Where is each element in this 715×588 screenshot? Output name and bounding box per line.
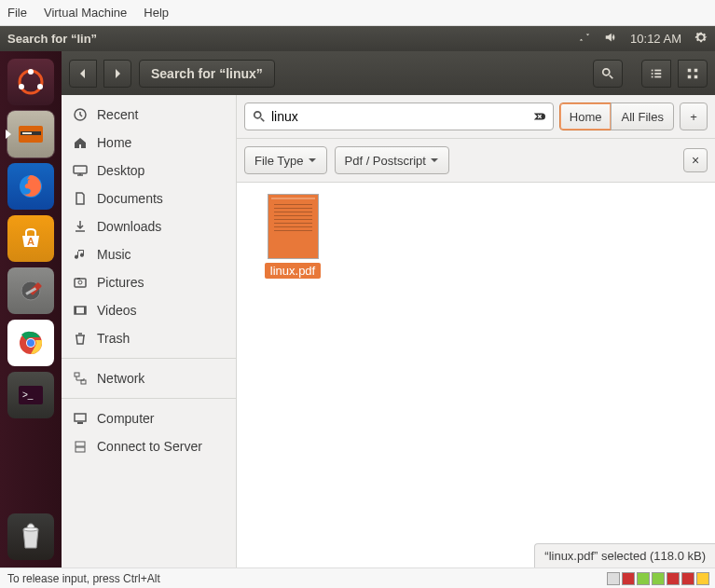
svg-rect-6 — [22, 132, 32, 134]
launcher-chrome[interactable] — [7, 320, 54, 366]
svg-rect-39 — [75, 414, 86, 421]
sidebar-downloads[interactable]: Downloads — [62, 212, 236, 240]
network-icon[interactable] — [578, 31, 591, 47]
sidebar-label: Desktop — [97, 163, 144, 178]
svg-rect-24 — [654, 75, 661, 77]
svg-point-18 — [603, 68, 610, 75]
add-scope-button[interactable]: + — [680, 103, 708, 130]
launcher-terminal[interactable]: >_ — [7, 372, 54, 418]
vm-hint: To release input, press Ctrl+Alt — [7, 572, 160, 585]
chevron-down-icon — [308, 156, 317, 165]
sidebar-trash[interactable]: Trash — [62, 324, 236, 352]
svg-point-32 — [78, 280, 82, 284]
sidebar-label: Computer — [97, 411, 154, 426]
search-icon — [253, 110, 266, 123]
svg-rect-27 — [688, 75, 692, 78]
vm-menu-help[interactable]: Help — [144, 6, 169, 20]
sidebar-label: Connect to Server — [97, 439, 202, 454]
file-item[interactable]: linux.pdf — [248, 194, 337, 279]
volume-icon[interactable] — [604, 31, 617, 47]
sidebar-pictures[interactable]: Pictures — [62, 268, 236, 296]
files-pane: Home All Files + File Type Pdf / Postscr… — [237, 95, 715, 567]
sidebar-videos[interactable]: Videos — [62, 296, 236, 324]
vm-menubar[interactable]: File Virtual Machine Help — [0, 0, 715, 26]
sidebar-label: Pictures — [97, 275, 144, 290]
sidebar-label: Music — [97, 247, 131, 262]
svg-rect-38 — [81, 380, 86, 384]
back-button[interactable] — [69, 60, 97, 88]
sidebar-label: Downloads — [97, 219, 161, 234]
sidebar-music[interactable]: Music — [62, 240, 236, 268]
svg-point-14 — [27, 339, 34, 347]
sidebar-network[interactable]: Network — [62, 364, 236, 392]
file-grid[interactable]: linux.pdf — [237, 183, 715, 567]
places-sidebar: Recent Home Desktop Documents Downloads … — [62, 95, 237, 567]
launcher-trash[interactable] — [7, 513, 54, 560]
search-input[interactable] — [271, 109, 527, 124]
svg-rect-40 — [77, 422, 83, 424]
sidebar-label: Home — [97, 135, 131, 150]
sidebar-label: Documents — [97, 191, 163, 206]
svg-rect-26 — [694, 68, 698, 72]
svg-rect-36 — [84, 307, 86, 314]
status-bar: “linux.pdf” selected (118.0 kB) — [534, 543, 715, 567]
svg-point-3 — [37, 84, 43, 89]
sidebar-recent[interactable]: Recent — [62, 101, 236, 129]
scope-allfiles-button[interactable]: All Files — [611, 103, 674, 130]
svg-rect-21 — [652, 73, 653, 75]
gear-icon[interactable] — [694, 31, 708, 47]
filter-pdf-button[interactable]: Pdf / Postscript — [335, 146, 449, 174]
forward-button[interactable] — [103, 60, 131, 88]
launcher-software[interactable]: A — [7, 215, 54, 262]
svg-point-1 — [28, 69, 34, 75]
scope-home-button[interactable]: Home — [559, 103, 612, 130]
svg-rect-23 — [652, 75, 653, 77]
svg-text:A: A — [27, 236, 34, 247]
svg-rect-31 — [75, 279, 86, 287]
toolbar: Search for “linux” — [62, 51, 715, 95]
svg-rect-37 — [75, 373, 79, 376]
filter-close-button[interactable]: × — [683, 148, 708, 172]
search-input-wrap[interactable] — [244, 103, 554, 130]
svg-rect-22 — [654, 73, 661, 75]
svg-point-43 — [254, 112, 261, 118]
svg-rect-41 — [76, 442, 85, 446]
sidebar-label: Videos — [97, 303, 137, 318]
svg-point-17 — [23, 527, 38, 531]
svg-text:>_: >_ — [22, 390, 34, 400]
search-button[interactable] — [593, 60, 623, 88]
launcher-firefox[interactable] — [7, 163, 54, 210]
top-panel: Search for “lin” 10:12 AM — [0, 26, 715, 51]
filter-bar: File Type Pdf / Postscript × — [237, 139, 715, 183]
clear-icon[interactable] — [532, 110, 545, 123]
sidebar-computer[interactable]: Computer — [62, 404, 236, 432]
sidebar-label: Network — [97, 371, 144, 386]
svg-rect-33 — [77, 278, 80, 280]
sidebar-documents[interactable]: Documents — [62, 185, 236, 212]
sidebar-separator — [62, 398, 236, 399]
view-grid-button[interactable] — [678, 60, 708, 88]
window-title: Search for “lin” — [7, 32, 578, 46]
svg-rect-20 — [654, 69, 661, 71]
vm-device-icons[interactable] — [607, 572, 709, 585]
svg-rect-35 — [75, 307, 76, 314]
location-bar[interactable]: Search for “linux” — [139, 60, 275, 88]
vm-menu-file[interactable]: File — [7, 6, 27, 20]
search-bar: Home All Files + — [237, 95, 715, 139]
svg-rect-30 — [74, 166, 87, 173]
file-label: linux.pdf — [265, 263, 321, 279]
svg-rect-28 — [694, 75, 698, 78]
unity-launcher: A >_ — [0, 51, 62, 567]
view-list-button[interactable] — [641, 60, 671, 88]
sidebar-connect-server[interactable]: Connect to Server — [62, 432, 236, 460]
sidebar-label: Trash — [97, 331, 130, 346]
vm-statusbar: To release input, press Ctrl+Alt — [0, 567, 715, 588]
filter-filetype-button[interactable]: File Type — [244, 146, 327, 174]
sidebar-desktop[interactable]: Desktop — [62, 157, 236, 185]
vm-menu-virtualmachine[interactable]: Virtual Machine — [44, 6, 127, 20]
launcher-settings[interactable] — [7, 267, 54, 314]
clock[interactable]: 10:12 AM — [630, 32, 681, 46]
launcher-files[interactable] — [7, 111, 54, 157]
launcher-dash[interactable] — [7, 59, 54, 105]
sidebar-home[interactable]: Home — [62, 129, 236, 157]
